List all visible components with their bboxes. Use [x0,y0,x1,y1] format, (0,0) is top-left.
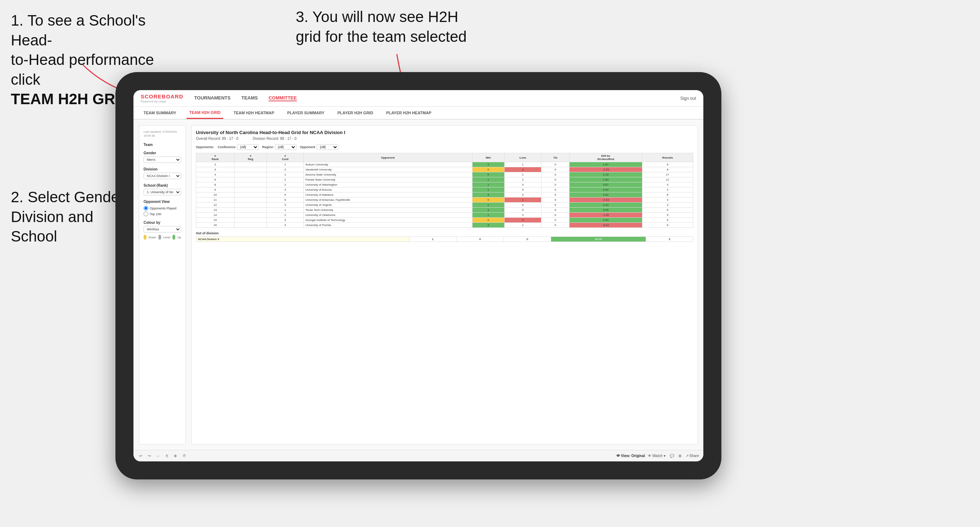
back-btn[interactable]: ← [155,453,162,459]
division-section: Division NCAA Division I [143,167,181,179]
top100-option[interactable]: Top 100 [143,211,181,216]
view-icon: 👁 [616,454,620,458]
school-select[interactable]: 1. University of Nort... [143,189,181,195]
cell-rank: 13 [196,208,234,213]
main-content: Last Updated: 27/03/2024 16:55:38 Team G… [134,120,703,450]
cell-rounds: 3 [642,203,693,208]
cell-win: 1 [472,187,504,192]
colour-by-select[interactable]: Win/loss [143,226,181,232]
cell-tie: 0 [541,198,570,203]
opponents-played-option[interactable]: Opponents Played [143,206,181,211]
sign-out-link[interactable]: Sign out [680,96,696,101]
undo-btn[interactable]: ↩ [138,453,143,459]
out-of-division: Out of division NCAA Division II 1 0 0 2… [196,232,693,242]
grid-records: Overall Record: 89 - 17 - 0 Division Rec… [196,137,693,141]
conference-label: Conference [218,145,236,149]
cell-diff: 5.56 [570,208,642,213]
col-loss: Loss [504,153,541,162]
cell-opponent: University of Alabama [303,192,472,198]
gender-section: Gender Men's [143,151,181,163]
cell-rank: 12 [196,203,234,208]
cell-loss: 2 [504,177,541,183]
tablet-frame: SCOREBOARD Powered by clippi TOURNAMENTS… [115,72,721,479]
cell-tie: 0 [541,167,570,172]
comment-btn[interactable]: 💬 [670,454,674,458]
nav-links: TOURNAMENTS TEAMS COMMITTEE [194,95,680,101]
cell-rounds: 9 [642,162,693,167]
cell-win: 5 [472,172,504,177]
cell-rank: 6 [196,177,234,183]
conference-select[interactable]: (All) [237,144,259,150]
opponents-filter-label: Opponents: [196,145,214,149]
div-name: NCAA Division II [196,237,409,242]
table-row: 10 5 University of Alabama 3 0 0 2.61 8 [196,192,693,198]
cell-rounds: 17 [642,172,693,177]
overall-record-label: Overall Record: 89 - 17 - 0 [196,137,239,141]
colour-dot-down [143,235,146,240]
cell-reg [234,162,267,167]
clock-btn[interactable]: ⏱ [181,453,188,459]
sub-nav-player-h2h-heatmap[interactable]: PLAYER H2H HEATMAP [383,107,434,119]
filter-row: Opponents: Conference (All) Region (All) [196,144,693,150]
sub-nav-team-h2h-grid[interactable]: TEAM H2H GRID [186,107,224,119]
colour-dot-up [172,235,175,240]
out-of-div-row: NCAA Division II 1 0 0 26.00 3 [196,237,693,242]
redo-btn[interactable]: ↪ [146,453,152,459]
colour-legend: Down Level Up [143,235,181,240]
nav-tournaments[interactable]: TOURNAMENTS [194,95,231,101]
colour-by-label: Colour by [143,221,181,225]
sub-nav-player-summary[interactable]: PLAYER SUMMARY [284,107,327,119]
cell-diff: 9.00 [570,187,642,192]
region-select[interactable]: (All) [275,144,296,150]
cell-tie: 0 [541,177,570,183]
division-label: Division [143,167,181,171]
grid-btn[interactable]: ⊞ [678,454,681,458]
out-div-rounds: 3 [646,237,693,242]
cell-loss: 1 [504,172,541,177]
share-btn[interactable]: ↗ Share [686,454,699,458]
cell-conf: 6 [267,198,303,203]
colour-dot-level [158,235,161,240]
cell-opponent: University of Arkansas, Fayetteville [303,198,472,203]
nav-committee[interactable]: COMMITTEE [269,95,297,101]
division-select[interactable]: NCAA Division I [143,173,181,179]
sub-nav-team-h2h-heatmap[interactable]: TEAM H2H HEATMAP [231,107,277,119]
nav-teams[interactable]: TEAMS [241,95,258,101]
view-original[interactable]: 👁 View: Original [616,454,645,458]
cell-win: 0 [472,198,504,203]
team-label: Team [143,143,181,147]
cell-rounds: 3 [642,183,693,187]
opponent-select[interactable]: (All) [317,144,338,150]
bottom-toolbar: ↩ ↪ ← ⎘ ⊕ ⏱ 👁 View: Original 👁 Watch ▾ 💬… [134,450,703,461]
cell-reg [234,192,267,198]
gender-label: Gender [143,151,181,155]
copy-btn[interactable]: ⎘ [164,453,170,459]
zoom-btn[interactable]: ⊕ [172,453,178,459]
cell-rounds: 9 [642,218,693,223]
cell-tie: 0 [541,223,570,228]
sub-nav-player-h2h-grid[interactable]: PLAYER H2H GRID [334,107,376,119]
cell-opponent: University of Washington [303,183,472,187]
cell-rank: 2 [196,162,234,167]
cell-loss: 0 [504,187,541,192]
watch-btn[interactable]: 👁 Watch ▾ [648,454,665,458]
cell-win: 0 [472,167,504,172]
grid-area: University of North Carolina Head-to-Hea… [191,125,698,444]
cell-tie: 0 [541,213,570,218]
cell-rank: 9 [196,187,234,192]
cell-loss: 0 [504,183,541,187]
nav-bar: SCOREBOARD Powered by clippi TOURNAMENTS… [134,90,703,107]
out-of-division-label: Out of division [196,232,693,235]
cell-conf: 3 [267,223,303,228]
opponent-view-section: Opponent View Opponents Played Top 100 [143,200,181,216]
sub-nav: TEAM SUMMARY TEAM H2H GRID TEAM H2H HEAT… [134,107,703,120]
table-header-row: #Rank #Reg #Conf Opponent Win Loss Tie D… [196,153,693,162]
sub-nav-team-summary[interactable]: TEAM SUMMARY [141,107,179,119]
cell-win: 1 [472,183,504,187]
col-rounds: Rounds [642,153,693,162]
table-row: 9 3 University of Arizona 1 0 0 9.00 2 [196,187,693,192]
gender-select[interactable]: Men's [143,156,181,163]
cell-rounds: 3 [642,198,693,203]
cell-opponent: Texas Tech University [303,208,472,213]
out-div-loss: 0 [456,237,504,242]
